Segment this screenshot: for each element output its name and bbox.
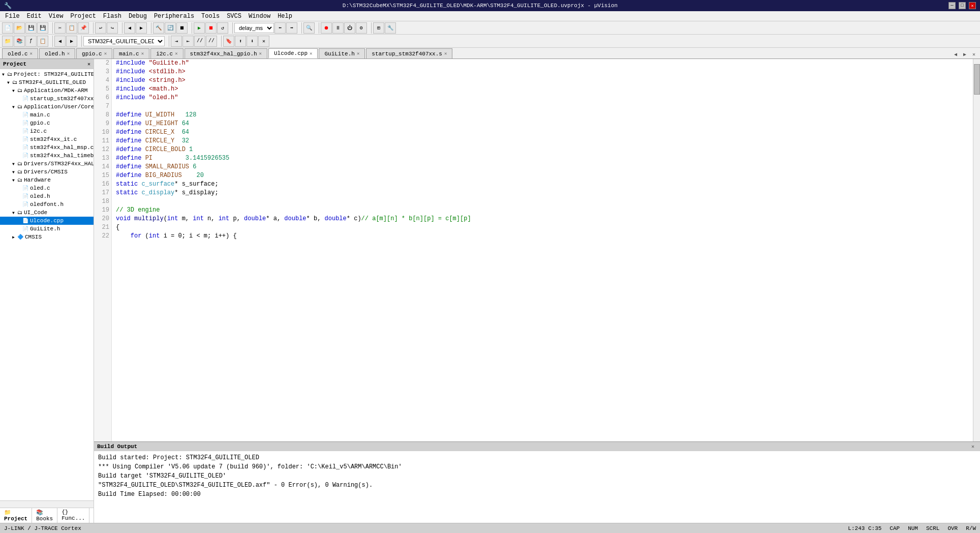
tree-item[interactable]: 📄i2c.c xyxy=(0,127,94,135)
tab-ulcode-cpp-close[interactable]: ✕ xyxy=(310,51,312,56)
menu-debug[interactable]: Debug xyxy=(126,12,150,21)
build-btn[interactable]: 🔨 xyxy=(153,22,164,34)
nav-fwd-btn[interactable]: ▶ xyxy=(66,36,77,47)
tab-close-all[interactable]: ✕ xyxy=(970,50,978,58)
tab-hal-gpio-h-close[interactable]: ✕ xyxy=(259,51,262,56)
comment-btn[interactable]: // xyxy=(194,36,205,47)
book-btn[interactable]: 📚 xyxy=(14,36,25,47)
menu-project[interactable]: Project xyxy=(67,12,99,21)
target-select[interactable]: delay_ms xyxy=(234,23,274,33)
scroll-thumb[interactable] xyxy=(974,64,980,95)
next-bookmark-btn[interactable]: ⬇ xyxy=(247,36,258,47)
pause-btn[interactable]: ⏸ xyxy=(332,22,344,34)
panel-tab-books[interactable]: 📚 Books xyxy=(32,508,57,523)
tree-item[interactable]: 📄startup_stm32f407xx.s xyxy=(0,95,94,103)
tree-item[interactable]: ▼🗂UI_Code xyxy=(0,209,94,217)
minimize-button[interactable]: ─ xyxy=(948,2,956,9)
next-btn[interactable]: ➡ xyxy=(286,22,297,34)
menu-peripherals[interactable]: Peripherals xyxy=(151,12,197,21)
tree-item[interactable]: ►🔷CMSIS xyxy=(0,233,94,241)
tree-item[interactable]: ▼🗂Drivers/CMSIS xyxy=(0,168,94,176)
open-btn[interactable]: 📂 xyxy=(14,22,25,34)
tree-item[interactable]: 📄stm32f4xx_it.c xyxy=(0,135,94,143)
tree-item[interactable]: ▼🗂Application/User/Core xyxy=(0,103,94,111)
back-btn[interactable]: ◀ xyxy=(124,22,135,34)
bookmark-btn[interactable]: 🔖 xyxy=(223,36,234,47)
save-all-btn[interactable]: 💾 xyxy=(37,22,48,34)
menu-svcs[interactable]: SVCS xyxy=(224,12,244,21)
tree-item[interactable]: ▼🗂Application/MDK-ARM xyxy=(0,86,94,95)
panel-tab-func[interactable]: {} Func... xyxy=(57,508,89,523)
menu-file[interactable]: File xyxy=(2,12,23,21)
tree-item[interactable]: 📄oled.h xyxy=(0,192,94,200)
redo-btn[interactable]: ↪ xyxy=(107,22,118,34)
nav-back-btn[interactable]: ◀ xyxy=(54,36,66,47)
paste-btn[interactable]: 📌 xyxy=(78,22,89,34)
code-content[interactable]: #include "GuiLite.h"#include <stdlib.h>#… xyxy=(112,59,973,441)
tab-scroll-left[interactable]: ◀ xyxy=(952,50,960,58)
file-combo[interactable]: STM32F4_GUILITE_OLED xyxy=(83,36,165,46)
stop-btn[interactable]: ⏹ xyxy=(176,22,188,34)
fwd-btn[interactable]: ▶ xyxy=(136,22,147,34)
vertical-scrollbar[interactable] xyxy=(973,59,980,441)
tab-oled-h[interactable]: oled.h ✕ xyxy=(39,48,75,58)
clear-bookmark-btn[interactable]: ✕ xyxy=(258,36,269,47)
panel-hscroll[interactable] xyxy=(0,500,94,508)
ext-btn[interactable]: ⚙ xyxy=(356,22,367,34)
tab-oled-c-close[interactable]: ✕ xyxy=(30,51,33,56)
tab-guilite-h[interactable]: GuiLite.h ✕ xyxy=(319,48,365,58)
rebuild-btn[interactable]: 🔄 xyxy=(165,22,176,34)
proj-btn[interactable]: 📁 xyxy=(2,36,13,47)
tab-startup-s[interactable]: startup_stm32f407xx.s ✕ xyxy=(366,48,452,58)
search-btn[interactable]: 🔍 xyxy=(303,22,315,34)
tab-i2c-c-close[interactable]: ✕ xyxy=(175,51,177,56)
grid-btn[interactable]: ⊞ xyxy=(373,22,384,34)
menu-help[interactable]: Help xyxy=(274,12,295,21)
tab-hal-gpio-h[interactable]: stm32f4xx_hal_gpio.h ✕ xyxy=(185,48,267,58)
tree-item[interactable]: ▼🗂Project: STM32F4_GUILITE_OLED xyxy=(0,70,94,78)
cut-btn[interactable]: ✂ xyxy=(54,22,66,34)
tab-oled-h-close[interactable]: ✕ xyxy=(67,51,70,56)
tab-startup-s-close[interactable]: ✕ xyxy=(444,51,447,56)
panel-tab-temp[interactable]: 📋 Temp... xyxy=(89,508,94,523)
panel-tab-project[interactable]: 📁 Project xyxy=(0,508,32,523)
build-output-close[interactable]: ✕ xyxy=(969,442,977,451)
copy-btn[interactable]: 📋 xyxy=(66,22,77,34)
tree-item[interactable]: 📄gpio.c xyxy=(0,119,94,127)
run-btn[interactable]: ⏺ xyxy=(321,22,332,34)
tree-item[interactable]: 📄GuiLite.h xyxy=(0,225,94,233)
tab-gpio-c[interactable]: gpio.c ✕ xyxy=(76,48,112,58)
temp-btn[interactable]: 📋 xyxy=(37,36,48,47)
prev-btn[interactable]: ⬅ xyxy=(274,22,286,34)
undo-btn[interactable]: ↩ xyxy=(95,22,106,34)
term-btn[interactable]: ⏻ xyxy=(344,22,355,34)
outdent-btn[interactable]: ⇤ xyxy=(182,36,194,47)
menu-tools[interactable]: Tools xyxy=(198,12,223,21)
tab-scroll-right[interactable]: ▶ xyxy=(961,50,969,58)
tab-guilite-h-close[interactable]: ✕ xyxy=(357,51,359,56)
dbg-stop-btn[interactable]: ⏹ xyxy=(205,22,217,34)
indent-btn[interactable]: ⇥ xyxy=(171,36,182,47)
menu-view[interactable]: View xyxy=(46,12,67,21)
tab-ulcode-cpp[interactable]: Ulcode.cpp ✕ xyxy=(268,48,318,58)
settings-btn[interactable]: 🔧 xyxy=(385,22,396,34)
tree-item[interactable]: 📄stm32f4xx_hal_msp.c xyxy=(0,143,94,152)
tree-item[interactable]: 📄Ulcode.cpp xyxy=(0,217,94,225)
close-button[interactable]: ✕ xyxy=(969,2,976,9)
maximize-button[interactable]: □ xyxy=(959,2,966,9)
tab-main-c[interactable]: main.c ✕ xyxy=(113,48,149,58)
tab-i2c-c[interactable]: i2c.c ✕ xyxy=(150,48,183,58)
save-btn[interactable]: 💾 xyxy=(25,22,37,34)
uncomment-btn[interactable]: // xyxy=(206,36,217,47)
dbg-reset-btn[interactable]: ↺ xyxy=(217,22,228,34)
project-tree[interactable]: ▼🗂Project: STM32F4_GUILITE_OLED▼🗂STM32F4… xyxy=(0,69,94,500)
tree-item[interactable]: 📄oledfont.h xyxy=(0,200,94,209)
tab-gpio-c-close[interactable]: ✕ xyxy=(104,51,107,56)
tree-item[interactable]: ▼🗂Hardware xyxy=(0,176,94,184)
new-file-btn[interactable]: 📄 xyxy=(2,22,13,34)
menu-window[interactable]: Window xyxy=(246,12,273,21)
menu-flash[interactable]: Flash xyxy=(100,12,125,21)
tree-item[interactable]: 📄main.c xyxy=(0,111,94,119)
tab-main-c-close[interactable]: ✕ xyxy=(141,51,144,56)
prev-bookmark-btn[interactable]: ⬆ xyxy=(235,36,246,47)
